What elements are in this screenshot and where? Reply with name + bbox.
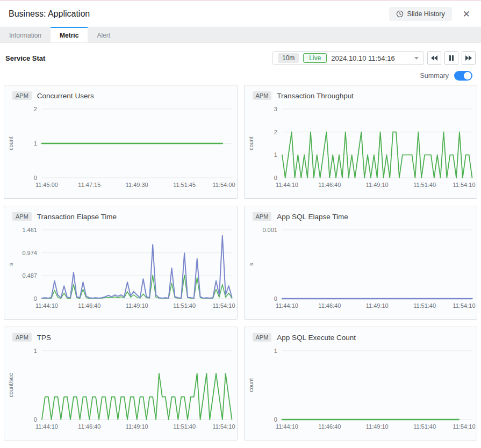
- panel-tps: APM TPS 0111:44:1011:46:4011:49:1011:51:…: [4, 327, 238, 440]
- chart-canvas[interactable]: 0111:44:1011:46:4011:49:1011:51:4011:54:…: [245, 343, 477, 435]
- slide-history-label: Slide History: [407, 10, 445, 18]
- panel-header: APM Transaction Throughput: [245, 85, 477, 102]
- fast-forward-button[interactable]: [462, 51, 476, 65]
- apm-badge: APM: [253, 212, 272, 221]
- svg-text:11:51:40: 11:51:40: [413, 423, 436, 430]
- time-range-picker[interactable]: 10m Live 2024.10.10 11:54:16: [272, 51, 424, 65]
- svg-text:0.001: 0.001: [262, 227, 277, 233]
- svg-text:0: 0: [34, 416, 37, 423]
- chart-title: App SQL Execute Count: [277, 334, 356, 342]
- rewind-button[interactable]: [427, 51, 441, 65]
- window-header: Business: Application Slide History ✕: [0, 1, 481, 27]
- svg-text:1: 1: [34, 140, 37, 147]
- svg-text:11:47:15: 11:47:15: [78, 182, 100, 188]
- slide-history-button[interactable]: Slide History: [389, 7, 452, 21]
- panel-header: APM App SQL Execute Count: [245, 327, 477, 343]
- panel-header: APM Concurrent Users: [4, 85, 237, 102]
- chart-title: App SQL Elapse Time: [277, 213, 348, 221]
- panel-transaction-throughput: APM Transaction Throughput 012311:44:101…: [244, 85, 478, 199]
- apm-badge: APM: [253, 91, 272, 100]
- apm-badge: APM: [253, 333, 272, 342]
- close-icon[interactable]: ✕: [461, 9, 472, 20]
- svg-text:count: count: [248, 378, 254, 392]
- svg-text:11:49:10: 11:49:10: [365, 182, 388, 188]
- panel-header: APM App SQL Elapse Time: [245, 206, 477, 222]
- chart-grid: APM Concurrent Users 01211:45:0011:47:15…: [0, 81, 481, 440]
- time-controls: 10m Live 2024.10.10 11:54:16: [272, 51, 476, 65]
- svg-text:11:44:10: 11:44:10: [35, 302, 58, 309]
- summary-row: Summary: [0, 65, 481, 81]
- fast-forward-icon: [465, 55, 472, 61]
- svg-text:11:51:45: 11:51:45: [173, 182, 196, 188]
- svg-text:11:54:00: 11:54:00: [213, 182, 235, 188]
- svg-text:0: 0: [34, 175, 37, 181]
- svg-text:11:46:40: 11:46:40: [318, 182, 341, 188]
- svg-text:11:46:40: 11:46:40: [78, 302, 100, 309]
- svg-text:11:54:10: 11:54:10: [453, 182, 475, 188]
- tab-metric[interactable]: Metric: [51, 27, 88, 42]
- summary-toggle[interactable]: [454, 71, 472, 81]
- toggle-knob: [464, 72, 471, 80]
- svg-text:11:49:10: 11:49:10: [365, 302, 388, 309]
- tab-alert[interactable]: Alert: [88, 27, 119, 42]
- chart-canvas[interactable]: 012311:44:1011:46:4011:49:1011:51:4011:5…: [245, 102, 477, 193]
- chart-canvas[interactable]: 0111:44:1011:46:4011:49:1011:51:4011:54:…: [4, 343, 237, 435]
- svg-text:count/sec: count/sec: [8, 373, 14, 398]
- datetime-value: 2024.10.10 11:54:16: [331, 54, 410, 62]
- live-badge[interactable]: Live: [303, 53, 327, 63]
- svg-text:11:51:40: 11:51:40: [413, 182, 436, 188]
- page-title: Business: Application: [9, 9, 389, 19]
- svg-text:11:51:40: 11:51:40: [173, 302, 196, 309]
- svg-text:0: 0: [34, 295, 37, 302]
- range-chip[interactable]: 10m: [278, 53, 299, 63]
- svg-text:11:54:10: 11:54:10: [213, 423, 235, 430]
- svg-text:11:51:40: 11:51:40: [173, 423, 196, 430]
- svg-text:11:49:10: 11:49:10: [365, 423, 388, 430]
- svg-text:11:44:10: 11:44:10: [275, 423, 298, 430]
- svg-text:0: 0: [274, 295, 277, 302]
- svg-text:1.461: 1.461: [22, 227, 37, 233]
- panel-concurrent-users: APM Concurrent Users 01211:45:0011:47:15…: [4, 85, 238, 199]
- svg-text:11:44:10: 11:44:10: [275, 302, 298, 309]
- svg-text:11:54:10: 11:54:10: [213, 302, 235, 309]
- apm-badge: APM: [12, 91, 32, 100]
- section-title: Service Stat: [5, 54, 45, 62]
- svg-text:1: 1: [274, 348, 277, 354]
- chart-canvas[interactable]: 00.00111:44:1011:46:4011:49:1011:51:4011…: [245, 222, 477, 314]
- svg-text:11:51:40: 11:51:40: [413, 302, 436, 309]
- pause-icon: [449, 55, 454, 61]
- svg-text:s: s: [8, 263, 14, 265]
- caret-down-icon: [414, 57, 419, 60]
- svg-text:11:45:00: 11:45:00: [35, 182, 58, 188]
- chart-title: Transaction Throughput: [277, 92, 354, 100]
- chart-title: TPS: [37, 334, 51, 342]
- svg-text:count: count: [248, 136, 254, 150]
- svg-text:11:46:40: 11:46:40: [318, 423, 341, 430]
- svg-text:11:46:40: 11:46:40: [318, 302, 341, 309]
- panel-header: APM TPS: [4, 327, 237, 343]
- svg-text:count: count: [8, 136, 14, 150]
- svg-text:11:49:10: 11:49:10: [126, 302, 148, 309]
- svg-text:11:49:30: 11:49:30: [126, 182, 148, 188]
- svg-text:1: 1: [274, 151, 277, 158]
- chart-canvas[interactable]: 01211:45:0011:47:1511:49:3011:51:4511:54…: [4, 102, 237, 193]
- svg-text:2: 2: [34, 106, 37, 112]
- svg-text:2: 2: [274, 129, 277, 135]
- svg-text:11:54:10: 11:54:10: [453, 423, 475, 430]
- tab-information[interactable]: Information: [0, 27, 51, 42]
- panel-transaction-elapse-time: APM Transaction Elapse Time 00.4870.9741…: [4, 206, 238, 320]
- pause-button[interactable]: [444, 51, 458, 65]
- svg-text:1: 1: [34, 348, 37, 354]
- clock-icon: [396, 10, 404, 18]
- chart-canvas[interactable]: 00.4870.9741.46111:44:1011:46:4011:49:10…: [4, 222, 237, 314]
- apm-badge: APM: [12, 212, 32, 221]
- svg-text:s: s: [248, 263, 254, 265]
- panel-app-sql-elapse-time: APM App SQL Elapse Time 00.00111:44:1011…: [244, 206, 478, 320]
- svg-text:11:44:10: 11:44:10: [35, 423, 58, 430]
- panel-header: APM Transaction Elapse Time: [4, 206, 237, 222]
- svg-text:0.487: 0.487: [22, 272, 37, 279]
- svg-text:0.974: 0.974: [22, 250, 37, 256]
- summary-label: Summary: [420, 72, 449, 80]
- svg-text:0: 0: [274, 175, 277, 181]
- chart-title: Concurrent Users: [37, 92, 94, 100]
